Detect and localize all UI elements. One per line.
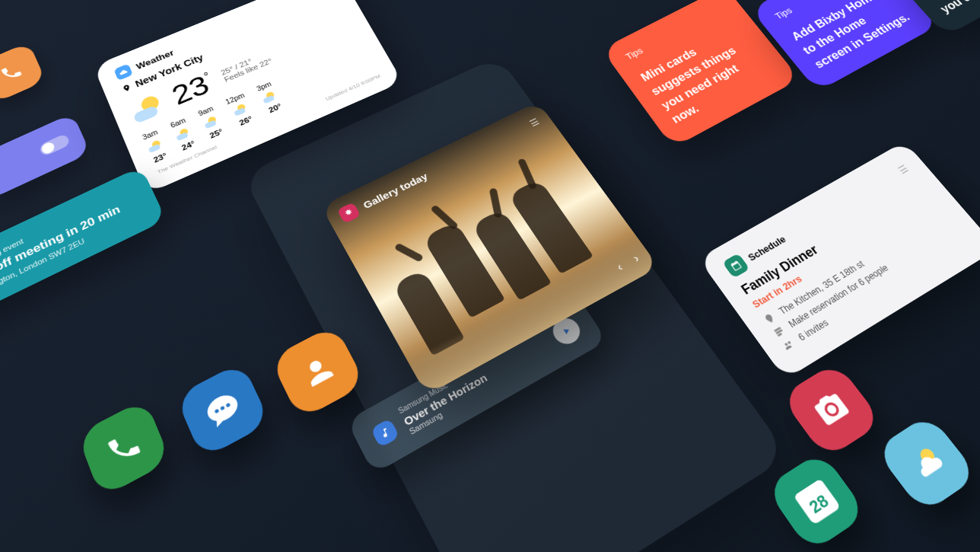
forecast-hour: 3am 23° xyxy=(142,129,169,165)
location-pin-icon xyxy=(762,311,777,326)
calendar-app-icon[interactable]: 28 xyxy=(765,451,867,552)
drag-handle-icon[interactable]: ☰ xyxy=(896,163,911,176)
schedule-app-title: Schedule xyxy=(746,233,788,263)
toggle-knob xyxy=(40,141,56,155)
meeting-card[interactable]: Upcoming event Kickoff meeting in 20 min… xyxy=(0,166,167,321)
people-icon xyxy=(781,337,797,352)
tips-body: Take a look and let you explore. xyxy=(924,0,980,18)
toggle-card[interactable] xyxy=(0,113,91,201)
phone-icon xyxy=(102,425,145,471)
gallery-app-icon xyxy=(337,202,361,223)
tips-body: Add Bixby Home to the Home screen in Set… xyxy=(788,0,917,72)
toggle-switch[interactable] xyxy=(38,133,71,158)
phone-app-icon[interactable] xyxy=(77,399,171,499)
camera-app-icon[interactable] xyxy=(780,362,883,459)
weather-app-icon xyxy=(113,64,133,81)
play-icon xyxy=(559,324,574,338)
schedule-card[interactable]: Schedule ☰ Family Dinner Start in 2hrs T… xyxy=(698,141,980,379)
messages-app-icon[interactable] xyxy=(175,362,270,459)
forecast-hour: 6am 24° xyxy=(170,116,198,152)
person-icon xyxy=(294,348,341,394)
camera-icon xyxy=(807,387,855,432)
location-pin-icon xyxy=(121,83,133,94)
sun-cloud-icon xyxy=(897,435,956,492)
music-note-icon xyxy=(377,426,392,441)
forecast-hour: 3pm 20° xyxy=(256,80,284,114)
phone-icon xyxy=(0,60,25,85)
calendar-icon xyxy=(728,259,743,273)
phone-mini-icon xyxy=(0,42,46,104)
weather-details: 25° / 21° Feels like 22° xyxy=(220,50,274,83)
calendar-day-icon: 28 xyxy=(784,469,848,534)
music-app-icon xyxy=(371,418,400,448)
weather-condition-icon xyxy=(128,91,167,126)
chat-bubble-icon xyxy=(199,384,247,434)
weather-app-icon[interactable] xyxy=(874,413,978,514)
cloud-icon xyxy=(117,67,129,78)
flower-icon xyxy=(342,206,356,219)
schedule-app-icon xyxy=(722,253,750,278)
forecast-hour: 9am 25° xyxy=(197,105,225,140)
note-icon xyxy=(772,324,788,339)
drag-handle-icon[interactable]: ☰ xyxy=(528,116,542,129)
forecast-hour: 12pm 26° xyxy=(224,91,256,128)
